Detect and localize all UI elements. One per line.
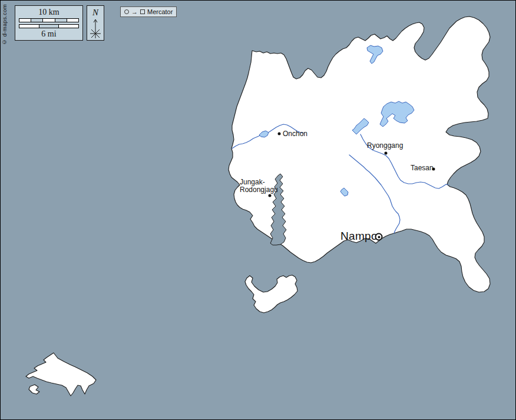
jungak-label-line2: Rodongjagu (240, 186, 278, 194)
jungak-label-line1: Jungak- (240, 178, 278, 186)
nampo-marker-core (378, 236, 380, 238)
taesan-marker-dot (432, 168, 435, 171)
taesan-label: Taesan (411, 164, 434, 172)
onchon-label: Onchon (283, 130, 307, 138)
scale-mi-label: 6 mi (15, 29, 82, 38)
jungak-marker-dot (269, 194, 272, 197)
sphere-icon (124, 9, 129, 14)
map-viewport: Onchon Ryonggang Taesan Jungak- Rodongja… (0, 0, 516, 420)
nampo-marker-ring (375, 233, 383, 241)
map-canvas (1, 1, 516, 420)
scale-bar-panel: 10 km 6 mi (15, 5, 83, 41)
scale-bar-km (19, 18, 79, 22)
nampo-label: Nampo (340, 230, 378, 243)
projection-chip: → Mercator (120, 6, 177, 17)
mainland-coastline (229, 16, 490, 292)
scale-km-label: 10 km (15, 8, 82, 16)
scale-seg (59, 25, 78, 28)
scale-seg (31, 19, 43, 22)
scale-seg (39, 25, 59, 28)
plane-icon (140, 9, 145, 14)
onchon-marker-dot (278, 133, 281, 135)
scale-seg (55, 19, 67, 22)
jungak-rodongjagu-label: Jungak- Rodongjagu (240, 178, 278, 193)
projection-label: Mercator (147, 8, 173, 15)
island-south (245, 275, 297, 313)
compass-panel: N (87, 5, 104, 41)
scale-seg (43, 19, 55, 22)
islet-southwest (29, 385, 39, 394)
scale-bar-mi (19, 24, 79, 28)
ryonggang-marker-dot (385, 152, 388, 155)
ryonggang-label: Ryonggang (367, 142, 403, 150)
scale-seg (19, 19, 31, 22)
attribution-text: © d-maps.com (1, 4, 8, 45)
compass-north-label: N (87, 8, 104, 17)
scale-seg (19, 25, 39, 28)
scale-seg (67, 19, 78, 22)
arrow-right-icon: → (131, 9, 138, 15)
compass-rose-icon (88, 17, 103, 39)
